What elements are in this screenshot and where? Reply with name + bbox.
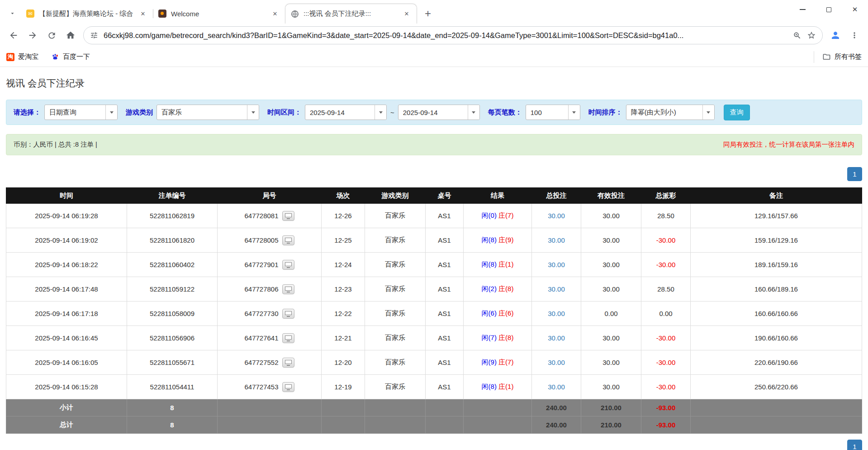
cell-total-bet[interactable]: 30.00 xyxy=(532,277,581,302)
grand-total-label: 总计 xyxy=(6,416,127,434)
tab-search-button[interactable] xyxy=(5,6,19,20)
round-number: 647727730 xyxy=(244,310,278,317)
cell-round: 647727453 xyxy=(218,375,322,399)
profile-icon xyxy=(830,30,841,41)
cell-total-bet[interactable]: 30.00 xyxy=(532,253,581,277)
dropdown-caret-icon[interactable] xyxy=(105,105,117,120)
game-type-select[interactable]: 百家乐 xyxy=(157,105,259,120)
dropdown-caret-icon[interactable] xyxy=(702,105,714,120)
grand-total-total-bet: 240.00 xyxy=(532,416,581,434)
game-type-label: 游戏类别 xyxy=(126,108,153,117)
maximize-button[interactable] xyxy=(816,0,842,19)
minimize-button[interactable] xyxy=(789,0,816,19)
cell-table-no: AS1 xyxy=(426,375,464,399)
cell-table-no: AS1 xyxy=(426,253,464,277)
page-content: 视讯 会员下注纪录 请选择： 日期查询 游戏类别 百家乐 时间区间： 2025-… xyxy=(0,77,868,450)
cell-payout: -30.00 xyxy=(641,253,691,277)
cell-table-no: AS1 xyxy=(426,228,464,253)
cell-time: 2025-09-14 06:16:05 xyxy=(6,350,127,375)
cell-table-no: AS1 xyxy=(426,204,464,228)
cell-time: 2025-09-14 06:19:02 xyxy=(6,228,127,253)
roadmap-icon[interactable] xyxy=(282,260,294,270)
table-footer: 小计 8 240.00 210.00 -93.00 总计 8 240.00 21… xyxy=(6,399,862,434)
cell-round: 647728081 xyxy=(218,204,322,228)
cell-total-bet[interactable]: 30.00 xyxy=(532,204,581,228)
tab-close-icon[interactable]: ✕ xyxy=(270,9,280,18)
baidu-icon xyxy=(51,53,59,61)
cell-game-type: 百家乐 xyxy=(365,375,426,399)
pagination-page-1[interactable]: 1 xyxy=(847,167,862,181)
subtotal-total-bet: 240.00 xyxy=(532,399,581,416)
roadmap-icon[interactable] xyxy=(282,382,294,392)
header-valid-bet: 有效投注 xyxy=(581,188,641,204)
roadmap-icon[interactable] xyxy=(282,235,294,245)
chevron-down-icon xyxy=(9,10,16,17)
bet-row: 2025-09-14 06:17:48522811059122647727806… xyxy=(6,277,862,302)
back-button[interactable] xyxy=(5,26,23,44)
search-button[interactable]: 查询 xyxy=(724,105,750,120)
tab-forum[interactable]: ✉ 【新提醒】海燕策略论坛 - 综合 ✕ xyxy=(21,4,153,24)
menu-button[interactable] xyxy=(845,26,863,44)
cell-note: 250.66/220.66 xyxy=(691,375,862,399)
bet-row: 2025-09-14 06:17:18522811058009647727730… xyxy=(6,302,862,326)
date-end-value: 2025-09-14 xyxy=(398,109,468,116)
page-size-value: 100 xyxy=(526,109,568,116)
cell-note: 160.66/160.66 xyxy=(691,302,862,326)
pagination-page-1-bottom[interactable]: 1 xyxy=(847,440,862,450)
page-size-select[interactable]: 100 xyxy=(526,105,580,120)
forward-button[interactable] xyxy=(24,26,42,44)
page-size-label: 每页笔数： xyxy=(488,108,522,117)
url-text[interactable]: 66cxkj98.com/game/betrecord_search/kind3… xyxy=(104,31,787,40)
cell-game-type: 百家乐 xyxy=(365,228,426,253)
cell-session: 12-20 xyxy=(322,350,365,375)
date-end-select[interactable]: 2025-09-14 xyxy=(398,105,480,120)
tab-welcome[interactable]: Welcome ✕ xyxy=(153,4,285,24)
site-settings-icon[interactable] xyxy=(90,31,98,39)
welcome-favicon-icon xyxy=(158,10,166,18)
roadmap-icon[interactable] xyxy=(282,309,294,319)
dropdown-caret-icon[interactable] xyxy=(468,105,479,120)
address-bar[interactable]: 66cxkj98.com/game/betrecord_search/kind3… xyxy=(83,26,823,44)
cell-round: 647727730 xyxy=(218,302,322,326)
close-button[interactable]: ✕ xyxy=(842,0,868,19)
roadmap-icon[interactable] xyxy=(282,284,294,294)
roadmap-icon[interactable] xyxy=(282,211,294,221)
tab-close-icon[interactable]: ✕ xyxy=(402,10,411,19)
profile-button[interactable] xyxy=(826,26,844,44)
dropdown-caret-icon[interactable] xyxy=(247,105,259,120)
new-tab-button[interactable]: + xyxy=(421,6,435,21)
roadmap-icon[interactable] xyxy=(282,333,294,343)
tab-bet-records-active[interactable]: :::视讯 会员下注纪录::: ✕ xyxy=(285,4,417,24)
cell-game-type: 百家乐 xyxy=(365,302,426,326)
cell-total-bet[interactable]: 30.00 xyxy=(532,350,581,375)
roadmap-icon[interactable] xyxy=(282,358,294,368)
taobao-icon: 淘 xyxy=(6,53,14,61)
all-bookmarks-button[interactable]: 所有书签 xyxy=(814,51,862,63)
header-time: 时间 xyxy=(6,188,127,204)
query-type-select[interactable]: 日期查询 xyxy=(44,105,118,120)
cell-total-bet[interactable]: 30.00 xyxy=(532,228,581,253)
date-start-select[interactable]: 2025-09-14 xyxy=(305,105,387,120)
dropdown-caret-icon[interactable] xyxy=(568,105,580,120)
tab-close-icon[interactable]: ✕ xyxy=(138,9,147,18)
zoom-icon[interactable] xyxy=(793,31,802,40)
cell-total-bet[interactable]: 30.00 xyxy=(532,326,581,350)
bookmark-star-icon[interactable] xyxy=(807,31,816,40)
header-result: 结果 xyxy=(464,188,532,204)
dropdown-caret-icon[interactable] xyxy=(375,105,386,120)
cell-time: 2025-09-14 06:19:28 xyxy=(6,204,127,228)
cell-note: 129.16/157.66 xyxy=(691,204,862,228)
bookmark-taobao[interactable]: 淘 爱淘宝 xyxy=(6,53,38,61)
cell-total-bet[interactable]: 30.00 xyxy=(532,375,581,399)
time-sort-value: 降幂(由大到小) xyxy=(626,108,702,117)
banker-result: 庄(7) xyxy=(498,211,513,219)
refresh-button[interactable] xyxy=(43,26,61,44)
banker-result: 庄(1) xyxy=(498,260,513,268)
cell-total-bet[interactable]: 30.00 xyxy=(532,302,581,326)
time-sort-select[interactable]: 降幂(由大到小) xyxy=(626,105,715,120)
home-button[interactable] xyxy=(62,26,80,44)
grand-total-row: 总计 8 240.00 210.00 -93.00 xyxy=(6,416,862,434)
header-table-no: 桌号 xyxy=(426,188,464,204)
cell-table-no: AS1 xyxy=(426,350,464,375)
bookmark-baidu[interactable]: 百度一下 xyxy=(51,53,90,61)
